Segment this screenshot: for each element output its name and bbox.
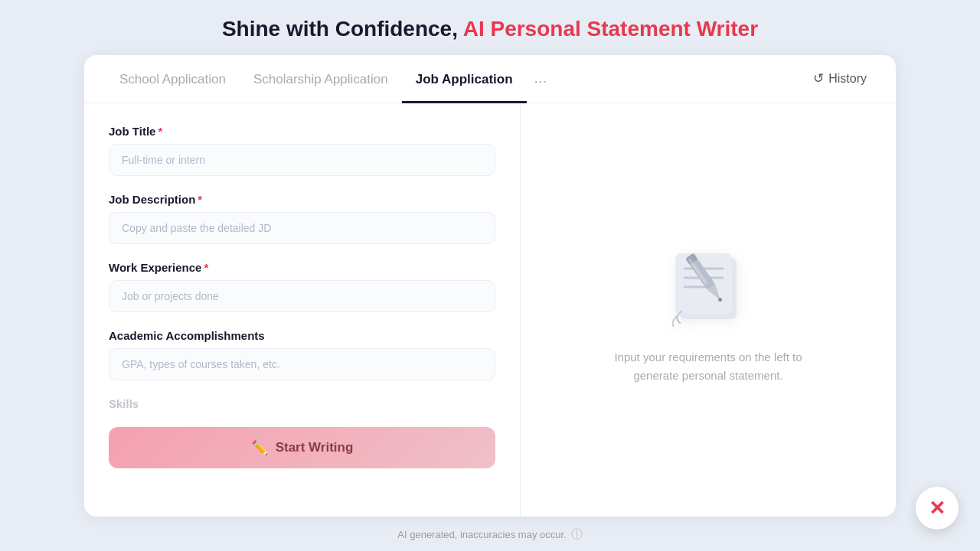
- footer: AI generated, inaccuracies may occur. ⓘ: [0, 517, 980, 548]
- info-icon: ⓘ: [571, 527, 583, 542]
- card-body: Job Title* Job Description* Work Experie…: [84, 103, 896, 517]
- title-highlight: AI Personal Statement Writer: [463, 17, 758, 41]
- chat-icon: ✕: [929, 497, 946, 520]
- right-panel: Input your requirements on the left toge…: [521, 103, 896, 517]
- history-icon: ↺: [813, 70, 824, 86]
- field-job-title: Job Title*: [109, 125, 495, 176]
- footer-note: AI generated, inaccuracies may occur.: [397, 529, 566, 540]
- tab-scholarship[interactable]: Scholarship Application: [240, 55, 402, 103]
- page-title: Shine with Confidence, AI Personal State…: [0, 17, 980, 41]
- history-button[interactable]: ↺ History: [805, 64, 874, 93]
- pen-icon: ✏️: [251, 439, 268, 456]
- required-star-3: *: [204, 261, 208, 274]
- field-job-description: Job Description*: [109, 193, 495, 244]
- tab-school[interactable]: School Application: [106, 55, 240, 103]
- chat-bubble[interactable]: ✕: [916, 487, 959, 530]
- tab-job[interactable]: Job Application: [402, 55, 527, 103]
- history-label: History: [828, 72, 867, 86]
- start-writing-label: Start Writing: [276, 440, 354, 455]
- illustration: [658, 235, 758, 327]
- page-header: Shine with Confidence, AI Personal State…: [0, 0, 980, 55]
- start-writing-button[interactable]: ✏️ Start Writing: [109, 427, 495, 468]
- label-skills: Skills: [109, 397, 495, 410]
- label-job-title: Job Title*: [109, 125, 495, 138]
- required-star-2: *: [198, 193, 202, 206]
- main-card: School Application Scholarship Applicati…: [84, 55, 896, 517]
- input-work-experience[interactable]: [109, 280, 495, 312]
- input-job-title[interactable]: [109, 144, 495, 176]
- input-academic[interactable]: [109, 348, 495, 380]
- label-job-description: Job Description*: [109, 193, 495, 206]
- right-hint: Input your requirements on the left toge…: [614, 348, 802, 385]
- field-academic: Academic Accomplishments: [109, 329, 495, 380]
- input-job-description[interactable]: [109, 212, 495, 244]
- field-skills: Skills: [109, 397, 495, 410]
- tab-bar: School Application Scholarship Applicati…: [84, 55, 896, 103]
- tab-more[interactable]: ···: [527, 55, 555, 103]
- required-star: *: [158, 125, 162, 138]
- form-panel: Job Title* Job Description* Work Experie…: [84, 103, 521, 517]
- title-normal: Shine with Confidence,: [222, 17, 463, 41]
- label-work-experience: Work Experience*: [109, 261, 495, 274]
- label-academic: Academic Accomplishments: [109, 329, 495, 342]
- field-work-experience: Work Experience*: [109, 261, 495, 312]
